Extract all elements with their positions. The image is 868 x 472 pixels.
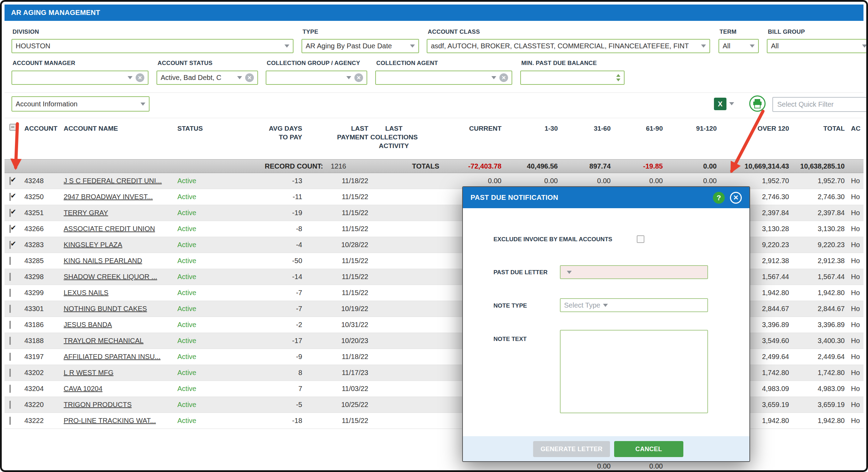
account-name-link[interactable]: NOTHING BUNDT CAKES (64, 305, 147, 312)
row-checkbox[interactable] (9, 241, 11, 249)
chevron-down-icon[interactable] (729, 102, 734, 105)
exclude-invoice-label: EXCLUDE INVOICE BY EMAIL ACCOUNTS (493, 236, 612, 243)
account-name-link[interactable]: PRO-LINE TRACKING WAT... (64, 417, 156, 424)
total-value: 3,400.30 (791, 337, 847, 345)
col-last-payment[interactable]: LASTPAYMENT (304, 121, 370, 159)
col-91-120[interactable]: 91-120 (665, 121, 719, 159)
row-checkbox[interactable] (9, 417, 11, 425)
spinner-down-icon[interactable] (616, 79, 620, 81)
account-number: 43248 (24, 177, 63, 185)
account-manager-select[interactable]: ✕ (11, 71, 148, 85)
row-checkbox[interactable] (9, 257, 11, 265)
account-status-select[interactable]: Active, Bad Debt, C ✕ (156, 71, 258, 85)
excel-export-icon[interactable]: X (714, 98, 726, 110)
last-payment-value: 11/17/23 (304, 369, 370, 377)
col-current[interactable]: CURRENT (417, 121, 504, 159)
row-checkbox[interactable] (9, 209, 11, 217)
account-number: 43220 (24, 401, 63, 409)
note-type-select[interactable]: Select Type (560, 298, 708, 312)
type-select[interactable]: AR Aging By Past Due Date (302, 39, 419, 53)
account-name-link[interactable]: KINGSLEY PLAZA (64, 241, 122, 249)
col-31-60[interactable]: 31-60 (560, 121, 613, 159)
account-name-link[interactable]: CAVA 10204 (64, 385, 103, 392)
cancel-button[interactable]: CANCEL (614, 441, 683, 457)
col-extra[interactable]: AC (847, 121, 863, 159)
account-name-link[interactable]: TERRY GRAY (64, 209, 108, 217)
status-value: Active (177, 257, 230, 265)
chevron-down-icon (491, 76, 496, 79)
row-checkbox[interactable] (9, 305, 11, 313)
col-1-30[interactable]: 1-30 (504, 121, 560, 159)
account-name-link[interactable]: 2947 BROADWAY INVEST... (64, 193, 153, 201)
number-spinner[interactable] (616, 74, 620, 81)
clear-icon[interactable]: ✕ (136, 73, 144, 82)
collection-group-select[interactable]: ✕ (266, 71, 367, 85)
col-account-name[interactable]: ACCOUNT NAME (63, 121, 177, 159)
note-text-input[interactable] (560, 330, 708, 413)
quick-filter-input[interactable]: Select Quick Filter (772, 97, 868, 112)
last-payment-value: 11/03/22 (304, 385, 370, 393)
row-checkbox[interactable] (9, 225, 11, 233)
col-total[interactable]: TOTAL (791, 121, 847, 159)
help-icon[interactable]: ? (713, 192, 725, 204)
account-name-link[interactable]: KING NAILS PEARLAND (64, 257, 142, 265)
last-payment-value: 10/25/22 (304, 401, 370, 409)
row-checkbox[interactable] (9, 289, 11, 297)
term-select[interactable]: All (718, 39, 759, 53)
status-value: Active (177, 321, 230, 329)
close-icon[interactable]: ✕ (730, 192, 742, 204)
row-checkbox[interactable] (9, 353, 11, 361)
account-name-link[interactable]: J S C FEDERAL CREDIT UNI... (64, 177, 162, 185)
min-past-due-input[interactable] (520, 71, 625, 85)
account-name-link[interactable]: SHADOW CREEK LIQUOR ... (64, 273, 157, 280)
division-select[interactable]: HOUSTON (11, 39, 294, 53)
row-checkbox[interactable] (9, 401, 11, 409)
divider (5, 92, 863, 93)
row-checkbox-cell (5, 353, 24, 361)
row-checkbox[interactable] (9, 321, 11, 329)
row-checkbox[interactable] (9, 177, 11, 185)
collection-agent-select[interactable]: ✕ (375, 71, 512, 85)
view-select[interactable]: Account Information (11, 96, 150, 112)
account-name-link[interactable]: AFFILIATED SPARTAN INSU... (64, 353, 161, 360)
row-checkbox[interactable] (9, 385, 11, 393)
row-checkbox[interactable] (9, 337, 11, 345)
totals-total: 10,638,285.10 (791, 162, 847, 170)
col-61-90[interactable]: 61-90 (613, 121, 665, 159)
spinner-up-icon[interactable] (616, 74, 620, 77)
row-checkbox[interactable] (9, 273, 11, 281)
chevron-down-icon (410, 44, 415, 48)
extra-col-value: Ho (847, 385, 868, 393)
avg-days-value: -7 (230, 289, 304, 297)
account-name-link[interactable]: LEXUS NAILS (64, 289, 108, 296)
print-icon[interactable] (749, 95, 766, 112)
totals-31-60: 897.74 (560, 162, 613, 170)
clear-icon[interactable]: ✕ (499, 73, 508, 82)
note-text-label: NOTE TEXT (493, 336, 527, 343)
col-avg-days-to-pay[interactable]: AVG DAYSTO PAY (230, 121, 304, 159)
row-checkbox[interactable] (9, 369, 11, 377)
account-name-cell: TRIGON PRODUCTS (63, 401, 177, 409)
extra-col-value: Ho (847, 241, 868, 249)
account-number: 43222 (24, 417, 63, 425)
total-value: 2,912.38 (791, 257, 847, 265)
col-account[interactable]: ACCOUNT (24, 121, 63, 159)
account-name-link[interactable]: TRAYLOR MECHANICAL (64, 337, 144, 344)
account-name-link[interactable]: JESUS BANDA (64, 321, 112, 328)
last-payment-value: 10/19/22 (304, 305, 370, 313)
col-status[interactable]: STATUS (177, 121, 230, 159)
bill-group-select[interactable]: All (767, 39, 868, 53)
generate-letter-button[interactable]: GENERATE LETTER (533, 441, 610, 457)
col-last-collections-activity[interactable]: LASTCOLLECTIONSACTIVITY (370, 121, 417, 159)
account-class-select[interactable]: asdf, AUTOCH, BROKER, CLASSTEST, COMMERC… (427, 39, 710, 53)
past-due-letter-select[interactable] (560, 265, 708, 279)
col-over-120[interactable]: OVER 120 (719, 121, 791, 159)
account-name-link[interactable]: L R WEST MFG (64, 369, 113, 376)
select-all-checkbox[interactable] (9, 124, 16, 131)
exclude-invoice-checkbox[interactable] (637, 235, 644, 243)
account-name-link[interactable]: ASSOCIATE CREDIT UNION (64, 225, 155, 233)
clear-icon[interactable]: ✕ (245, 73, 254, 82)
account-name-link[interactable]: TRIGON PRODUCTS (64, 401, 132, 408)
clear-icon[interactable]: ✕ (354, 73, 363, 82)
row-checkbox[interactable] (9, 193, 11, 201)
